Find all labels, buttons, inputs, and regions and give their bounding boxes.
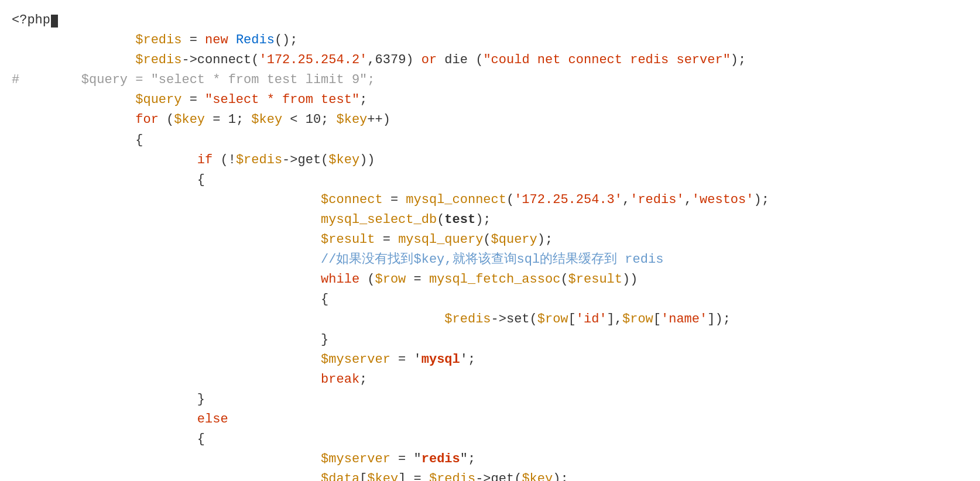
token: $redis <box>429 472 475 481</box>
line-content: # $query = "select * from test limit 9"; <box>12 70 375 90</box>
token: ] = <box>398 472 429 481</box>
token: test" <box>313 92 359 107</box>
code-line: mysql_select_db(test); <box>0 210 980 230</box>
token: mysql_connect <box>406 193 506 207</box>
token: if <box>197 153 213 167</box>
token: "select * <box>205 92 282 107</box>
line-content: { <box>12 290 328 310</box>
token: '172.25.254.3' <box>514 193 622 207</box>
token: $key <box>337 112 368 127</box>
token: $key <box>251 112 282 127</box>
token: die <box>444 53 475 67</box>
token: ++) <box>367 112 390 127</box>
token: mysql_fetch_assoc <box>429 272 560 287</box>
token: ( <box>251 53 259 67</box>
token: -> <box>475 472 491 481</box>
token: [ <box>568 312 576 327</box>
token: ( <box>321 153 328 167</box>
token: ( <box>475 53 483 67</box>
token: redis <box>422 452 460 466</box>
line-content: <?php <box>12 11 58 30</box>
token: } <box>197 392 205 407</box>
token: from <box>282 92 313 107</box>
token: while <box>321 272 359 287</box>
token: ' <box>460 352 468 367</box>
token: ( <box>506 193 514 207</box>
token: $redis <box>236 153 282 167</box>
token: { <box>197 173 205 187</box>
code-line: $redis->connect('172.25.254.2',6379) or … <box>0 50 980 70</box>
token: ( <box>530 312 537 327</box>
token: ( <box>437 212 444 227</box>
line-content: //如果没有找到$key,就将该查询sql的结果缓存到 redis <box>12 250 663 270</box>
token: else <box>197 412 228 427</box>
line-content: { <box>12 430 205 449</box>
token: = <box>390 452 414 466</box>
token: } <box>321 332 328 347</box>
token: -> <box>181 53 197 67</box>
token: [ <box>359 472 367 481</box>
token: { <box>135 133 143 147</box>
code-line: $query = "select * from test"; <box>0 90 980 110</box>
token: ; <box>359 372 367 387</box>
line-content: $query = "select * from test"; <box>12 90 367 110</box>
line-content: { <box>12 130 143 150</box>
code-line: for ($key = 1; $key < 10; $key++) <box>0 110 980 130</box>
code-block: <?php $redis = new Redis(); $redis->conn… <box>0 6 980 481</box>
token: ) <box>406 53 421 67</box>
line-content: $redis = new Redis(); <box>12 30 298 50</box>
token: = <box>383 193 406 207</box>
token: -> <box>282 153 297 167</box>
token: $key <box>367 472 398 481</box>
line-content: $result = mysql_query($query); <box>12 230 553 250</box>
token: Redis <box>236 33 275 47</box>
token: $key <box>522 472 553 481</box>
token: $row <box>375 272 406 287</box>
token: 'westos' <box>692 193 754 207</box>
token: $connect <box>321 193 383 207</box>
token: 'id' <box>576 312 607 327</box>
token: ; <box>468 452 475 466</box>
token: { <box>321 292 328 307</box>
line-content: { <box>12 170 205 190</box>
token: "could net connect redis server" <box>483 53 730 67</box>
code-line: # $query = "select * from test limit 9"; <box>0 70 980 90</box>
token: 'name' <box>661 312 707 327</box>
token: $myserver <box>321 452 390 466</box>
token: )) <box>622 272 638 287</box>
line-content: } <box>12 330 328 350</box>
code-line: break; <box>0 370 980 390</box>
token: ( <box>159 112 174 127</box>
token: $key <box>174 112 205 127</box>
code-line: <?php <box>0 11 980 30</box>
code-line: { <box>0 430 980 449</box>
token: <?php <box>12 13 50 28</box>
token: $key <box>328 153 359 167</box>
token: = <box>181 33 205 47</box>
token: -> <box>491 312 506 327</box>
token: ( <box>483 232 491 247</box>
line-content: $myserver = "redis"; <box>12 449 475 469</box>
token: ; <box>359 92 367 107</box>
code-line: while ($row = mysql_fetch_assoc($result)… <box>0 270 980 290</box>
token: = <box>375 232 399 247</box>
token: ); <box>715 312 730 327</box>
token: (! <box>213 153 236 167</box>
token: $redis <box>135 53 181 67</box>
token: " <box>460 452 468 466</box>
token: $myserver <box>321 352 390 367</box>
token: connect <box>197 53 251 67</box>
code-line: } <box>0 330 980 350</box>
token: 1 <box>228 112 236 127</box>
code-line: $redis = new Redis(); <box>0 30 980 50</box>
token: ] <box>707 312 715 327</box>
token: , <box>615 312 622 327</box>
line-content: $redis->set($row['id'],$row['name']); <box>12 310 731 329</box>
token: ); <box>731 53 746 67</box>
token: 10 <box>306 112 321 127</box>
token: ; <box>321 112 336 127</box>
token: ( <box>514 472 522 481</box>
line-content: mysql_select_db(test); <box>12 210 491 230</box>
line-content: for ($key = 1; $key < 10; $key++) <box>12 110 390 130</box>
token: ); <box>553 472 568 481</box>
